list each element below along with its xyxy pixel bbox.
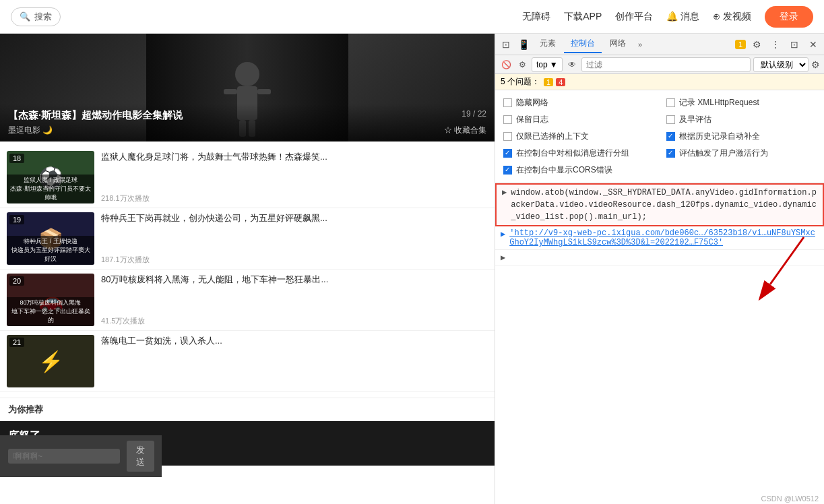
setting-eager-eval: 及早评估 (666, 113, 816, 127)
cb-hide-network[interactable] (503, 98, 512, 107)
console-gear-icon[interactable]: ⚙ (811, 59, 820, 70)
item-views-18: 218.1万次播放 (101, 193, 488, 203)
console-url-2[interactable]: 'http://v9-xg-web-pc.ixigua.com/bde060c…… (509, 228, 819, 247)
devtools-dock-icon[interactable]: ⊡ (786, 36, 802, 53)
video-hero[interactable]: 【杰森·斯坦森】超燃动作电影全集解说 19 / 22 墨逗电影 🌙 ☆ 收藏合集 (0, 34, 495, 141)
devtools-tabbar: ⊡ 📱 元素 控制台 网络 » 1 ⚙ ⋮ ⊡ ✕ (495, 34, 824, 55)
recommend-section: 为你推荐 (0, 398, 495, 421)
console-code-1: window.atob(window._SSR_HYDRATED_DATA.an… (511, 187, 817, 223)
label-cors: 在控制台中显示CORS错误 (516, 164, 612, 176)
cb-eager[interactable] (666, 115, 675, 124)
cb-user-activation[interactable] (666, 149, 675, 158)
label-xml: 记录 XMLHttpRequest (679, 97, 759, 108)
label-eager: 及早评估 (679, 114, 711, 125)
warn-badge: 1 (544, 78, 553, 86)
devtools-close-icon[interactable]: ✕ (805, 36, 821, 53)
cb-xml[interactable] (666, 98, 675, 107)
hero-title: 【杰森·斯坦森】超燃动作电影全集解说 (8, 109, 183, 121)
thumb-20: 🚗 20 80万吨核废料倒入黑海地下车神一怒之下出山狂暴矣的 (7, 274, 94, 326)
watermark-text: CSDN @LW0512 (761, 495, 819, 503)
hero-author-row: 墨逗电影 🌙 ☆ 收藏合集 (8, 125, 486, 136)
setting-autocomplete: 根据历史记录自动补全 (666, 129, 816, 144)
playlist-item-21[interactable]: ⚡ 21 落魄电工一贫如洗，误入杀人... (0, 331, 495, 392)
thumb-caption-19: 特种兵王 / 王牌快递快递员为五星好评踩踏平窦大好汉 (7, 236, 94, 265)
svg-rect-4 (257, 89, 271, 94)
recommend-label: 为你推荐 (8, 404, 43, 414)
setting-hide-network: 隐藏网络 (503, 96, 653, 110)
expand-arrow-3[interactable]: ▶ (501, 253, 505, 263)
tab-elements[interactable]: 元素 (533, 35, 563, 53)
playlist-item-20[interactable]: 🚗 20 80万吨核废料倒入黑海地下车神一怒之下出山狂暴矣的 80万吨核废料将入… (0, 270, 495, 331)
nav-links: 无障碍 下载APP 创作平台 🔔 消息 ⊕ 发视频 登录 (77, 6, 813, 28)
label-group-similar: 在控制台中对相似消息进行分组 (516, 148, 629, 159)
thumb-num-18: 18 (9, 154, 24, 163)
hero-overlay: 【杰森·斯坦森】超燃动作电影全集解说 19 / 22 墨逗电影 🌙 ☆ 收藏合集 (0, 104, 495, 141)
label-user-activation: 评估触发了用户激活行为 (679, 148, 768, 159)
issues-count: 1 4 (544, 78, 565, 86)
setting-group-similar: 在控制台中对相似消息进行分组 (503, 146, 653, 160)
console-entry-1[interactable]: ▶ window.atob(window._SSR_HYDRATED_DATA.… (495, 183, 824, 226)
label-preserve: 保留日志 (516, 114, 548, 125)
devtools-device-icon[interactable]: 📱 (515, 36, 532, 53)
nav-post[interactable]: ⊕ 发视频 (713, 11, 751, 23)
tab-network[interactable]: 网络 (603, 35, 633, 53)
item-views-19: 187.1万次播放 (101, 255, 488, 265)
cb-preserve[interactable] (503, 115, 512, 124)
login-button[interactable]: 登录 (765, 6, 813, 28)
cb-autocomplete[interactable] (666, 132, 675, 141)
setting-xmlhttprequest: 记录 XMLHttpRequest (666, 96, 816, 110)
console-entry-3[interactable]: ▶ (495, 250, 824, 265)
context-label: top (536, 60, 548, 69)
devtools-more-icon[interactable]: ⋮ (767, 36, 784, 53)
thumb-21: ⚡ 21 (7, 335, 94, 387)
playlist-item-19[interactable]: 📦 19 特种兵王 / 王牌快递快递员为五星好评踩踏平窦大好汉 特种兵王下岗再就… (0, 208, 495, 270)
playlist: ⚽ 18 监狱人魔 / 政踢足球杰森·斯坦森当的守门员不要太帅哦 监狱人魔化身足… (0, 141, 495, 398)
search-bar[interactable]: 🔍 搜索 (11, 7, 61, 26)
tab-more[interactable]: » (634, 38, 646, 51)
expand-arrow-2[interactable]: ▶ (501, 229, 505, 239)
hero-count: 19 / 22 (462, 109, 486, 119)
level-select[interactable]: 默认级别 (753, 57, 809, 72)
item-title-18: 监狱人魔化身足球门将，为鼓舞士气带球热舞！杰森爆笑... (101, 151, 488, 163)
item-info-18: 监狱人魔化身足球门将，为鼓舞士气带球热舞！杰森爆笑... 218.1万次播放 (101, 151, 488, 203)
label-hide-network: 隐藏网络 (516, 97, 548, 108)
devtools-inspect-icon[interactable]: ⊡ (498, 36, 514, 53)
cb-cors[interactable] (503, 166, 512, 175)
hero-collect[interactable]: ☆ 收藏合集 (444, 125, 486, 136)
console-settings-icon[interactable]: ⚙ (515, 58, 529, 71)
main-area: 【杰森·斯坦森】超燃动作电影全集解说 19 / 22 墨逗电影 🌙 ☆ 收藏合集… (0, 34, 824, 504)
eye-icon[interactable]: 👁 (565, 58, 579, 71)
chevron-down-icon: ▼ (550, 60, 558, 69)
nav-message[interactable]: 🔔 消息 (666, 11, 699, 23)
left-panel: 【杰森·斯坦森】超燃动作电影全集解说 19 / 22 墨逗电影 🌙 ☆ 收藏合集… (0, 34, 495, 504)
svg-point-1 (235, 62, 259, 86)
thumb-caption-18: 监狱人魔 / 政踢足球杰森·斯坦森当的守门员不要太帅哦 (7, 175, 94, 203)
label-selected-context: 仅限已选择的上下文 (516, 131, 589, 142)
context-selector[interactable]: top ▼ (532, 57, 563, 72)
expand-arrow-1[interactable]: ▶ (502, 187, 507, 197)
cb-selected-context[interactable] (503, 132, 512, 141)
watermark: CSDN @LW0512 (495, 493, 824, 504)
send-button[interactable]: 发送 (127, 441, 154, 472)
comment-input[interactable] (8, 449, 120, 464)
nav-wuzhangai[interactable]: 无障碍 (522, 11, 550, 23)
devtools-settings-icon[interactable]: ⚙ (749, 36, 765, 53)
playlist-item-18[interactable]: ⚽ 18 监狱人魔 / 政踢足球杰森·斯坦森当的守门员不要太帅哦 监狱人魔化身足… (0, 147, 495, 208)
item-views-20: 41.5万次播放 (101, 316, 488, 326)
svg-rect-3 (224, 89, 237, 94)
cb-group-similar[interactable] (503, 149, 512, 158)
thumb-19: 📦 19 特种兵王 / 王牌快递快递员为五星好评踩踏平窦大好汉 (7, 212, 94, 265)
filter-input[interactable] (581, 57, 751, 72)
tab-console[interactable]: 控制台 (564, 35, 602, 53)
item-title-19: 特种兵王下岗再就业，创办快递公司，为五星好评硬飙黑... (101, 212, 488, 224)
clear-console-icon[interactable]: 🚫 (499, 58, 513, 71)
hero-author-label: 墨逗电影 🌙 (8, 125, 53, 136)
label-autocomplete: 根据历史记录自动补全 (679, 131, 760, 142)
console-toolbar: 🚫 ⚙ top ▼ 👁 默认级别 ⚙ (495, 55, 824, 74)
search-icon: 🔍 (20, 11, 30, 22)
nav-create[interactable]: 创作平台 (615, 11, 653, 23)
thumb-num-19: 19 (9, 215, 24, 224)
setting-user-activation: 评估触发了用户激活行为 (666, 146, 816, 160)
console-entry-2[interactable]: ▶ 'http://v9-xg-web-pc.ixigua.com/bde060… (495, 226, 824, 250)
nav-download[interactable]: 下载APP (564, 11, 602, 23)
